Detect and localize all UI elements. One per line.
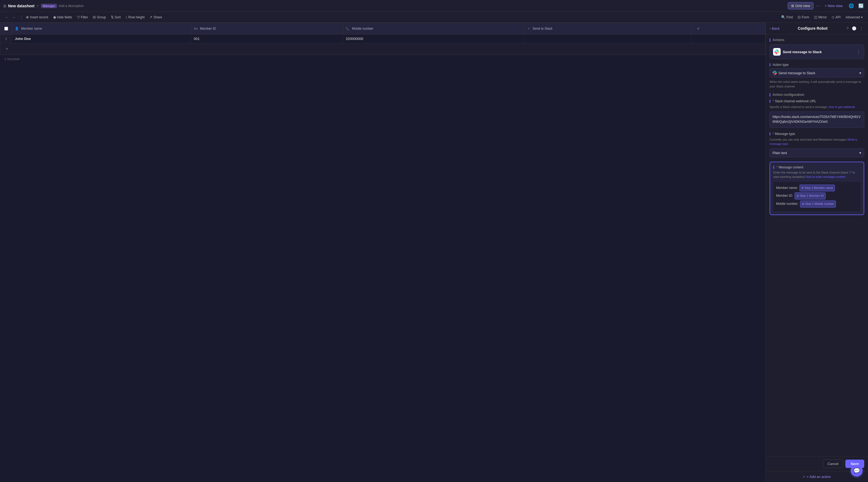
grid-view-btn[interactable]: ⊞ Grid view: [788, 2, 813, 9]
table-header-member-name: 👤 Member name: [12, 23, 191, 34]
webhook-link[interactable]: how to get webhook: [829, 105, 855, 109]
variable-tag-text-0: Step 1 Member name: [805, 186, 833, 191]
form-btn[interactable]: ⊡ Form: [796, 14, 811, 20]
hide-fields-icon: ◉: [53, 15, 56, 19]
api-btn[interactable]: ◇ API: [830, 14, 843, 20]
nav-forward-btn[interactable]: →: [10, 14, 17, 20]
back-btn[interactable]: ‹ Back: [770, 26, 780, 30]
select-all-checkbox[interactable]: [4, 27, 8, 30]
member-id-col-icon: Aa: [194, 27, 198, 30]
top-bar-left: ⊞ New datasheet ☆ Manager Add a descript…: [3, 4, 785, 8]
add-row-cell[interactable]: +: [0, 43, 766, 55]
nav-back-btn[interactable]: ←: [3, 14, 10, 20]
share-icon: ↗: [149, 15, 152, 19]
help-icon-btn[interactable]: ?: [846, 25, 849, 31]
action-card-title: Send message to Slack: [783, 50, 822, 54]
share-btn[interactable]: ↗ Share: [147, 14, 164, 20]
group-btn[interactable]: ⊟ Group: [91, 14, 108, 20]
mobile-col-label: Mobile number: [352, 27, 373, 30]
webhook-desc-pre: Specify a Slack channel to send a messag…: [770, 105, 829, 109]
action-type-select[interactable]: Send message to Slack ▾: [770, 68, 864, 78]
message-type-select[interactable]: Plain text ▾: [770, 148, 864, 157]
add-row-btn[interactable]: +: [3, 45, 11, 52]
api-icon: ◇: [832, 15, 834, 19]
variable-tag-1[interactable]: ⊞ Step 1 Member ID: [795, 192, 826, 199]
row-height-icon: ↕: [126, 15, 128, 19]
add-description[interactable]: Add a description: [59, 4, 84, 8]
var-label-2: Mobile number:: [776, 201, 799, 207]
advanced-label: Advanced: [846, 16, 860, 19]
mobile-number-cell[interactable]: 320000000: [343, 34, 525, 43]
hide-fields-label: Hide fields: [57, 16, 72, 19]
view-more-dots[interactable]: ···: [815, 2, 821, 10]
toolbar: ← → | ⊕ Insert record ◉ Hide fields ▽ Fi…: [0, 12, 868, 23]
toolbar-nav: ← →: [3, 14, 17, 20]
table-row: 1 John Doe 001 320000000: [0, 34, 766, 43]
slack-logo: [773, 48, 781, 56]
insert-record-btn[interactable]: ⊕ Insert record: [24, 14, 50, 20]
member-name-cell[interactable]: John Doe: [12, 34, 191, 43]
variable-tag-2[interactable]: ⊞ Step 1 Mobile number: [800, 200, 836, 207]
webhook-label: * Slack channel webhook URL: [770, 99, 864, 103]
add-action-btn[interactable]: + + Add an action: [803, 475, 831, 479]
configure-robot-panel: ‹ Back Configure Robot ? 🕐 ⋮ Actions: [766, 23, 868, 482]
mirror-btn[interactable]: ◫ Mirror: [812, 14, 829, 20]
more-icon-btn[interactable]: ⋮: [859, 25, 864, 31]
slack-icon: [774, 49, 779, 54]
slack-col-icon: ✓: [527, 27, 530, 30]
history-icon-btn[interactable]: 🕐: [851, 25, 857, 31]
advanced-btn[interactable]: Advanced ▾: [843, 14, 865, 20]
message-content-link[interactable]: How to write message content: [806, 175, 845, 178]
back-arrow-icon: ‹: [770, 26, 771, 30]
mirror-icon: ◫: [814, 15, 817, 19]
share-label: Share: [153, 16, 162, 19]
hide-fields-btn[interactable]: ◉ Hide fields: [51, 14, 74, 20]
action-type-select-left: Send message to Slack: [773, 71, 815, 75]
webhook-input[interactable]: https://hooks.slack.com/services/T03SA7M…: [770, 111, 864, 127]
action-type-label: Action type: [770, 63, 864, 67]
view-tabs: ⊞ Grid view ··· + New view: [788, 2, 845, 10]
table-header-mobile-number: 📞 Mobile number: [343, 23, 525, 34]
message-type-desc: Currently you can only send text and Mar…: [770, 137, 864, 146]
cancel-btn[interactable]: Cancel: [823, 460, 843, 468]
filter-btn[interactable]: ▽ Filter: [75, 14, 90, 20]
refresh-icon[interactable]: 🔄: [857, 2, 865, 10]
table-header-checkbox[interactable]: [0, 23, 12, 34]
table-header-send-to-slack: ✓ Send to Slack: [525, 23, 691, 34]
row-number: 1: [0, 34, 12, 43]
add-action-plus-icon: +: [803, 475, 805, 479]
sort-icon: ⇅: [111, 15, 114, 19]
api-label: API: [835, 16, 840, 19]
row-height-btn[interactable]: ↕ Row height: [124, 14, 147, 20]
globe-icon[interactable]: 🌐: [847, 2, 855, 10]
action-type-slack-icon: [773, 71, 777, 75]
table-header-add-col[interactable]: +: [691, 23, 765, 34]
sort-btn[interactable]: ⇅ Sort: [109, 14, 123, 20]
message-type-label: * Message type: [770, 132, 864, 136]
message-content-required: *: [776, 165, 778, 169]
chat-fab[interactable]: 💬: [851, 465, 863, 477]
variable-tag-0[interactable]: ⊞ Step 1 Member name: [800, 185, 835, 192]
manager-badge: Manager: [41, 4, 57, 8]
message-content-label: * Message content: [773, 165, 861, 169]
message-content-editor[interactable]: Member name: ⊞ Step 1 Member name Member…: [773, 182, 861, 211]
toolbar-divider-1: |: [21, 15, 22, 20]
find-btn[interactable]: 🔍 Find: [779, 14, 795, 20]
variable-line-0: Member name: ⊞ Step 1 Member name: [776, 185, 858, 192]
group-label: Group: [97, 16, 106, 19]
panel-header-icons: ? 🕐 ⋮: [846, 25, 864, 31]
member-id-cell[interactable]: 001: [191, 34, 343, 43]
send-to-slack-cell[interactable]: [525, 34, 691, 43]
group-icon: ⊟: [93, 15, 96, 19]
webhook-label-text: Slack channel webhook URL: [775, 99, 816, 103]
star-icon[interactable]: ☆: [36, 4, 39, 8]
grid-view-icon: ⊞: [791, 4, 794, 8]
main-layout: 👤 Member name Aa Member ID 📞 Mobile numb…: [0, 23, 868, 482]
member-name-col-label: Member name: [21, 27, 42, 30]
action-card-menu-btn[interactable]: ⋮: [857, 49, 861, 55]
message-type-section: * Message type Currently you can only se…: [770, 132, 864, 157]
new-view-btn[interactable]: + New view: [822, 2, 845, 9]
action-config-section-title: Action configuration: [770, 93, 864, 96]
add-column-btn[interactable]: +: [694, 25, 702, 32]
top-bar-right: 🌐 🔄: [847, 2, 865, 10]
